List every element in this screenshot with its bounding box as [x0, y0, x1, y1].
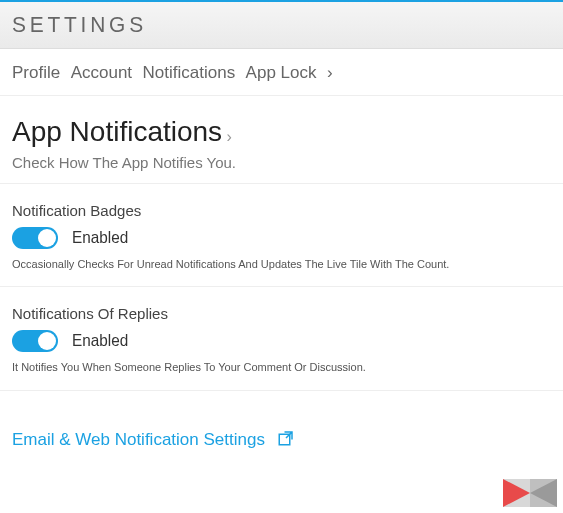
- external-link-icon: [277, 429, 295, 451]
- toggle-notification-badges[interactable]: [12, 227, 58, 249]
- breadcrumb-notifications[interactable]: Notifications: [143, 63, 236, 82]
- setting-label: Notification Badges: [12, 202, 551, 219]
- external-link-section: Email & Web Notification Settings: [0, 391, 563, 471]
- breadcrumb-account[interactable]: Account: [71, 63, 132, 82]
- section-header: App Notifications › Check How The App No…: [0, 96, 563, 184]
- section-subtitle: Check How The App Notifies You.: [12, 154, 551, 171]
- email-web-settings-link[interactable]: Email & Web Notification Settings: [12, 429, 551, 451]
- toggle-state-text: Enabled: [72, 228, 128, 248]
- setting-description: It Notifies You When Someone Replies To …: [12, 360, 551, 375]
- breadcrumb-applock[interactable]: App Lock: [246, 63, 317, 82]
- setting-replies: Notifications Of Replies Enabled It Noti…: [0, 287, 563, 390]
- breadcrumb-profile[interactable]: Profile: [12, 63, 60, 82]
- settings-header: SETTINGS: [0, 2, 563, 49]
- setting-label: Notifications Of Replies: [12, 305, 551, 322]
- page-title: SETTINGS: [12, 12, 524, 38]
- chevron-right-icon: ›: [327, 63, 333, 82]
- toggle-state-text: Enabled: [72, 331, 128, 351]
- toggle-replies[interactable]: [12, 330, 58, 352]
- link-label: Email & Web Notification Settings: [12, 430, 265, 450]
- breadcrumb: Profile Account Notifications App Lock ›: [0, 49, 563, 96]
- watermark-logo: [503, 479, 557, 507]
- section-title: App Notifications: [12, 116, 222, 147]
- setting-description: Occasionally Checks For Unread Notificat…: [12, 257, 551, 272]
- chevron-right-icon: ›: [227, 128, 232, 145]
- setting-notification-badges: Notification Badges Enabled Occasionally…: [0, 184, 563, 287]
